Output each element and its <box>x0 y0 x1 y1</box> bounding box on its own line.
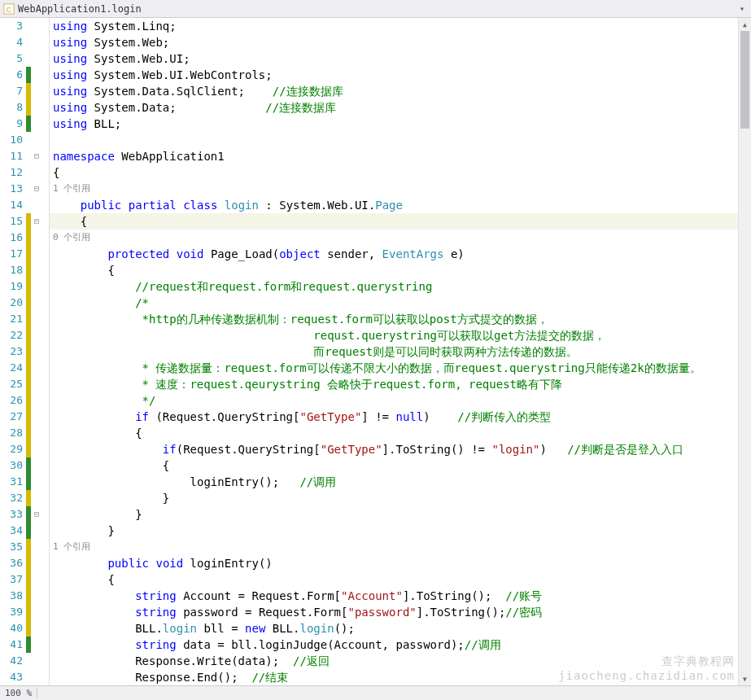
line-number: 39 <box>0 604 26 620</box>
code-line[interactable]: } <box>50 490 751 506</box>
code-editor[interactable]: 34567891011⊟1213⊟1415⊟161718192021222324… <box>0 18 751 685</box>
code-line[interactable]: if(Request.QueryString["GetType"].ToStri… <box>50 441 751 457</box>
line-number: 11 <box>0 148 26 164</box>
fold-toggle[interactable]: ⊟ <box>31 506 42 523</box>
fold-toggle[interactable]: ⊟ <box>31 148 42 164</box>
line-number: 43 <box>0 669 26 685</box>
code-line[interactable]: */ <box>50 392 751 409</box>
code-line[interactable]: protected void Page_Load(object sender, … <box>50 246 751 262</box>
line-number: 5 <box>0 50 26 67</box>
status-bar: 100 % <box>0 685 751 700</box>
change-marker <box>26 246 31 262</box>
code-line[interactable]: { <box>50 457 751 474</box>
line-number: 42 <box>0 653 26 669</box>
code-line[interactable]: using BLL; <box>50 116 751 132</box>
code-line[interactable]: using System.Data.SqlClient; //连接数据库 <box>50 83 751 99</box>
change-marker <box>26 653 31 669</box>
line-number: 26 <box>0 392 26 409</box>
line-number: 30 <box>0 457 26 474</box>
code-area[interactable]: using System.Linq;using System.Web;using… <box>49 18 751 685</box>
line-number: 38 <box>0 588 26 604</box>
vertical-scrollbar[interactable]: ▲ ▼ <box>738 18 751 685</box>
code-line[interactable]: public void loginEntry() <box>50 555 751 571</box>
code-line[interactable] <box>50 132 751 148</box>
fold-toggle[interactable]: ⊟ <box>31 181 42 197</box>
code-line[interactable]: Response.End(); //结束 <box>50 669 751 685</box>
code-line[interactable]: { <box>50 571 751 588</box>
code-line[interactable]: string password = Request.Form["password… <box>50 604 751 620</box>
line-number: 36 <box>0 555 26 571</box>
line-number: 12 <box>0 164 26 181</box>
code-line[interactable]: if (Request.QueryString["GetType"] != nu… <box>50 409 751 425</box>
line-number: 25 <box>0 376 26 392</box>
code-line[interactable]: //request和request.form和request.querystri… <box>50 278 751 295</box>
change-marker <box>26 278 31 295</box>
change-marker <box>26 376 31 392</box>
line-number: 6 <box>0 67 26 83</box>
change-marker <box>26 523 31 539</box>
code-line[interactable]: BLL.login bll = new BLL.login(); <box>50 620 751 637</box>
change-marker <box>26 116 31 132</box>
line-number: 33 <box>0 506 26 523</box>
code-reference-count[interactable]: 1 个引用 <box>50 181 751 197</box>
code-line[interactable]: } <box>50 506 751 523</box>
code-line[interactable]: public partial class login : System.Web.… <box>50 197 751 213</box>
line-number: 8 <box>0 99 26 116</box>
line-number: 20 <box>0 295 26 311</box>
dropdown-icon[interactable]: ▾ <box>736 4 748 13</box>
line-number: 10 <box>0 132 26 148</box>
scroll-down-icon[interactable]: ▼ <box>739 672 751 685</box>
code-line[interactable]: using System.Data; //连接数据库 <box>50 99 751 116</box>
line-number: 19 <box>0 278 26 295</box>
line-number: 29 <box>0 441 26 457</box>
code-line[interactable]: * 速度：request.qeurystring 会略快于request.for… <box>50 376 751 392</box>
line-number: 31 <box>0 474 26 490</box>
line-number: 9 <box>0 116 26 132</box>
document-title: WebApplication1.login <box>18 3 736 15</box>
change-marker <box>26 457 31 474</box>
zoom-level[interactable]: 100 % <box>0 688 37 698</box>
change-marker <box>26 230 31 246</box>
code-line[interactable]: using System.Web; <box>50 34 751 50</box>
code-line[interactable]: namespace WebApplication1 <box>50 148 751 164</box>
code-line[interactable]: using System.Linq; <box>50 18 751 34</box>
code-line[interactable]: /* <box>50 295 751 311</box>
code-line[interactable]: requst.querystring可以获取以get方法提交的数据， <box>50 327 751 343</box>
code-line[interactable]: 而request则是可以同时获取两种方法传递的数据。 <box>50 343 751 360</box>
code-line[interactable]: { <box>50 425 751 441</box>
line-number: 34 <box>0 523 26 539</box>
change-marker <box>26 295 31 311</box>
code-line[interactable]: { <box>50 213 751 230</box>
line-number: 18 <box>0 262 26 278</box>
line-number: 7 <box>0 83 26 99</box>
csharp-file-icon: C <box>3 3 15 15</box>
code-line[interactable]: using System.Web.UI; <box>50 50 751 67</box>
horizontal-scrollbar[interactable] <box>37 687 751 700</box>
code-line[interactable]: { <box>50 164 751 181</box>
scrollbar-thumb[interactable] <box>740 31 749 129</box>
fold-toggle[interactable]: ⊟ <box>31 213 42 230</box>
line-number: 41 <box>0 637 26 653</box>
code-line[interactable]: * 传递数据量：request.form可以传递不限大小的数据，而request… <box>50 360 751 376</box>
code-line[interactable]: string Account = Request.Form["Account"]… <box>50 588 751 604</box>
code-line[interactable]: loginEntry(); //调用 <box>50 474 751 490</box>
code-line[interactable]: *http的几种传递数据机制：request.form可以获取以post方式提交… <box>50 311 751 327</box>
change-marker <box>26 327 31 343</box>
change-marker <box>26 50 31 67</box>
code-line[interactable]: string data = bll.loginJudge(Account, pa… <box>50 637 751 653</box>
code-line[interactable]: Response.Write(data); //返回 <box>50 653 751 669</box>
code-line[interactable]: } <box>50 523 751 539</box>
code-reference-count[interactable]: 1 个引用 <box>50 539 751 555</box>
line-number: 35 <box>0 539 26 555</box>
line-number: 14 <box>0 197 26 213</box>
line-number: 40 <box>0 620 26 637</box>
line-number: 16 <box>0 230 26 246</box>
change-marker <box>26 669 31 685</box>
change-marker <box>26 620 31 637</box>
scroll-up-icon[interactable]: ▲ <box>739 18 751 31</box>
code-line[interactable]: { <box>50 262 751 278</box>
code-line[interactable]: using System.Web.UI.WebControls; <box>50 67 751 83</box>
code-reference-count[interactable]: 0 个引用 <box>50 230 751 246</box>
change-marker <box>26 132 31 148</box>
line-number: 15 <box>0 213 26 230</box>
